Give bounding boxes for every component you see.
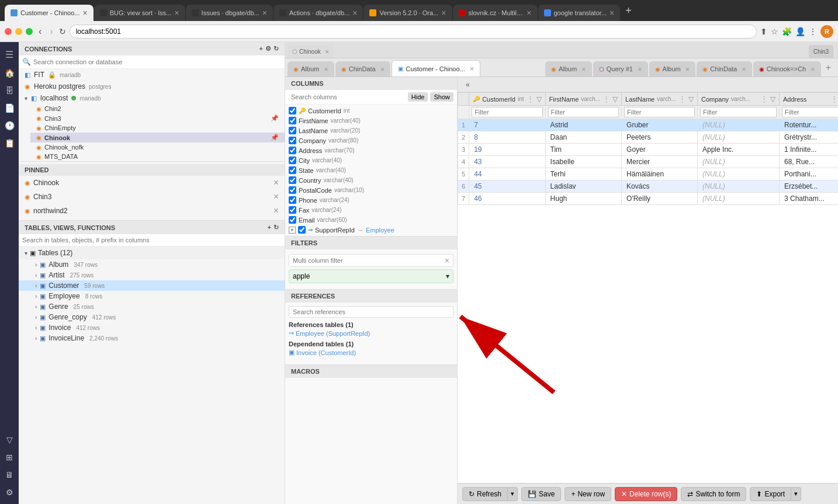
app-tab-album3[interactable]: ◉ Album × xyxy=(649,61,696,77)
expand-album[interactable]: › xyxy=(35,262,37,268)
col-phone-check[interactable] xyxy=(289,196,296,204)
app-tab-album2[interactable]: ◉ Album × xyxy=(545,61,592,77)
pinned-chin3[interactable]: ◉ Chin3 × xyxy=(19,190,285,204)
conn-heroku[interactable]: ◉ Heroku postgres postgres xyxy=(19,81,285,92)
browser-tab-5[interactable]: Version 5.2.0 · Ora... × xyxy=(363,5,452,21)
forward-button[interactable]: › xyxy=(47,25,55,38)
filter-icon-customerid[interactable]: ▽ xyxy=(536,95,542,103)
db-chinook-nofk[interactable]: ◉ Chinook_nofk xyxy=(30,142,285,152)
tables-group-header[interactable]: ▾ ▣ Tables (12) xyxy=(19,246,285,259)
col-email-check[interactable] xyxy=(289,216,296,224)
sort-icon-firstname[interactable]: ⋮ xyxy=(602,95,610,103)
db-chin2[interactable]: ◉ Chin2 xyxy=(30,104,285,113)
table-album[interactable]: › ▣ Album 347 rows xyxy=(19,259,285,270)
col-firstname-check[interactable] xyxy=(289,117,296,124)
search-columns-input[interactable] xyxy=(289,92,406,102)
col-postalcode-check[interactable] xyxy=(289,186,296,194)
expand-genre[interactable]: › xyxy=(35,304,37,310)
sidebar-icon-monitor[interactable]: 🖥 xyxy=(3,468,16,482)
settings-connection-icon[interactable]: ⚙ xyxy=(265,45,271,53)
browser-tab-4[interactable]: Actions · dbgate/db... × xyxy=(273,5,363,21)
col-supportrepid-check[interactable] xyxy=(298,226,306,234)
filter-lastname-input[interactable] xyxy=(624,107,695,117)
filter-icon-lastname[interactable]: ▽ xyxy=(688,95,694,103)
sort-icon-company[interactable]: ⋮ xyxy=(760,95,768,103)
col-lastname-check[interactable] xyxy=(289,127,296,134)
add-connection-icon[interactable]: + xyxy=(259,45,263,53)
table-genre-copy[interactable]: › ▣ Genre_copy 412 rows xyxy=(19,312,285,322)
switch-form-button[interactable]: ⇄ Switch to form xyxy=(681,487,746,501)
sidebar-icon-layers[interactable]: ⊞ xyxy=(4,450,15,464)
refresh-button[interactable]: ↻ Refresh xyxy=(462,487,508,501)
employee-ref-link[interactable]: Employee xyxy=(366,227,394,234)
chinook-tab-close[interactable]: × xyxy=(325,47,330,56)
show-columns-button[interactable]: Show xyxy=(430,92,453,102)
db-chinempty[interactable]: ◉ ChinEmpty xyxy=(30,123,285,133)
pinned-northwind2-close[interactable]: × xyxy=(273,206,279,216)
table-row[interactable]: 7 46 Hugh O'Reilly (NULL) 3 Chatham... xyxy=(458,193,839,205)
db-chinook[interactable]: ◉ Chinook 📌 xyxy=(30,133,285,142)
collapse-panel-button[interactable]: « xyxy=(462,79,473,90)
browser-tab-1[interactable]: Customer - Chinoo... × xyxy=(5,5,94,21)
dep-invoice-link[interactable]: ▣ Invoice (CustomerId) xyxy=(289,347,453,357)
pinned-northwind2[interactable]: ◉ northwind2 × xyxy=(19,204,285,218)
db-chin3[interactable]: ◉ Chin3 📌 xyxy=(30,113,285,123)
add-table-icon[interactable]: + xyxy=(268,224,271,231)
browser-tab-3[interactable]: Issues · dbgate/db... × xyxy=(186,5,273,21)
new-row-button[interactable]: + New row xyxy=(565,487,611,501)
col-address-check[interactable] xyxy=(289,147,296,154)
table-customer[interactable]: › ▣ Customer 59 rows xyxy=(19,280,285,291)
pinned-chinook[interactable]: ◉ Chinook × xyxy=(19,176,285,190)
new-tab-button[interactable]: + xyxy=(621,5,636,17)
col-country-check[interactable] xyxy=(289,176,296,184)
localhost-expand[interactable]: ▾ xyxy=(25,95,27,102)
expand-ref-icon[interactable]: + xyxy=(289,227,296,234)
conn-fit[interactable]: ◧ FIT 🔒 mariadb xyxy=(19,69,285,81)
delete-row-button[interactable]: ✕ Delete row(s) xyxy=(615,487,677,501)
sidebar-icon-settings[interactable]: ⚙ xyxy=(4,485,16,499)
table-row[interactable]: 1 7 Astrid Gruber (NULL) Rotentur... xyxy=(458,119,839,131)
app-tab-query1[interactable]: ⬡ Query #1 × xyxy=(593,61,648,77)
app-tab-chindata1[interactable]: ◉ ChinData × xyxy=(335,61,390,77)
sort-icon-customerid[interactable]: ⋮ xyxy=(527,95,534,103)
table-row[interactable]: 2 8 Daan Peeters (NULL) Grétrystr... xyxy=(458,131,839,144)
sort-icon-address[interactable]: ⋮ xyxy=(830,95,838,103)
expand-genre-copy[interactable]: › xyxy=(35,314,37,321)
pinned-chin3-close[interactable]: × xyxy=(273,192,279,202)
sidebar-icon-home[interactable]: 🏠 xyxy=(2,66,17,80)
col-fax-check[interactable] xyxy=(289,206,296,214)
filter-firstname-input[interactable] xyxy=(548,107,619,117)
table-employee[interactable]: › ▣ Employee 8 rows xyxy=(19,291,285,301)
conn-localhost[interactable]: ▾ ◧ localhost mariadb xyxy=(19,92,285,104)
col-company-check[interactable] xyxy=(289,137,296,144)
app-tab-chinook-ch[interactable]: ◉ Chinook=>Ch × xyxy=(753,61,821,77)
col-state-check[interactable] xyxy=(289,166,296,174)
db-mts-data[interactable]: ◉ MTS_DATA xyxy=(30,152,285,161)
address-bar[interactable] xyxy=(70,25,757,39)
app-tab-chindata2[interactable]: ◉ ChinData × xyxy=(697,61,752,77)
sidebar-icon-doc[interactable]: 📄 xyxy=(2,101,17,115)
col-customerid-check[interactable] xyxy=(289,107,296,114)
table-genre[interactable]: › ▣ Genre 25 rows xyxy=(19,301,285,312)
app-tab-album1[interactable]: ◉ Album × xyxy=(288,61,334,77)
table-row[interactable]: 3 19 Tim Goyer Apple Inc. 1 Infinite... xyxy=(458,144,839,156)
sidebar-icon-table[interactable]: 📋 xyxy=(2,136,17,150)
export-dropdown[interactable]: ▾ xyxy=(791,487,801,501)
expand-invoice[interactable]: › xyxy=(35,325,37,331)
sidebar-icon-db[interactable]: 🗄 xyxy=(3,84,16,98)
browser-tab-6[interactable]: slovnik.cz · Multilin... × xyxy=(453,5,538,21)
filter-icon-firstname[interactable]: ▽ xyxy=(612,95,618,103)
sidebar-icon-menu[interactable]: ☰ xyxy=(3,47,16,62)
tables-search-input[interactable] xyxy=(22,237,281,244)
table-row[interactable]: 5 44 Terhi Hämäläinen (NULL) Porthani... xyxy=(458,168,839,180)
references-search-input[interactable] xyxy=(289,306,453,318)
col-city-check[interactable] xyxy=(289,157,296,164)
filter-company-input[interactable] xyxy=(700,107,777,117)
app-tab-customer[interactable]: ▣ Customer - Chinoo... × xyxy=(392,60,480,77)
browser-tab-7[interactable]: google translator... × xyxy=(538,5,621,21)
filter-customerid-input[interactable] xyxy=(472,107,542,117)
ref-employee-link[interactable]: ⇒ Employee (SupportRepId) xyxy=(289,328,453,338)
table-invoiceline[interactable]: › ▣ InvoiceLine 2,240 rows xyxy=(19,333,285,343)
expand-employee[interactable]: › xyxy=(35,293,37,300)
filter-icon-company[interactable]: ▽ xyxy=(770,95,775,103)
